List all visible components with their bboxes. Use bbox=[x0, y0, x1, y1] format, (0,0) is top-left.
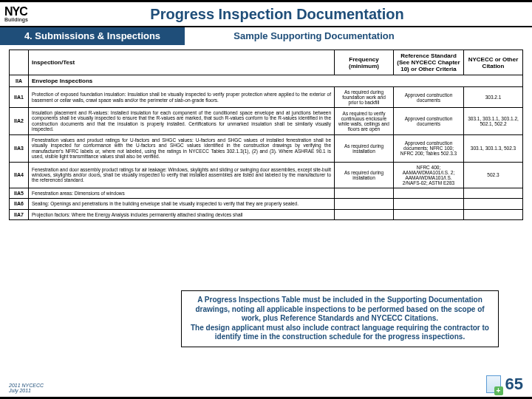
callout-box: A Progress Inspections Table must be inc… bbox=[181, 290, 499, 347]
row-desc: Fenestration and door assembly product r… bbox=[29, 162, 335, 188]
row-freq: As required during installation bbox=[335, 162, 394, 188]
row-id: IIA7 bbox=[10, 209, 29, 219]
table-row: IIA1 Protection of exposed foundation in… bbox=[10, 87, 523, 108]
row-desc: Projection factors: Where the Energy Ana… bbox=[29, 209, 335, 219]
row-ref bbox=[394, 209, 464, 219]
row-freq bbox=[335, 199, 394, 209]
page-number-group: 65 bbox=[486, 375, 523, 394]
row-cite: 303.1, 303.1.3, 502.3 bbox=[464, 134, 523, 162]
row-freq bbox=[335, 209, 394, 219]
row-ref bbox=[394, 199, 464, 209]
table-row: IIA7 Projection factors: Where the Energ… bbox=[10, 209, 523, 219]
row-ref bbox=[394, 188, 464, 198]
row-cite: 502.3 bbox=[464, 162, 523, 188]
row-freq bbox=[335, 188, 394, 198]
header: NYC Buildings Progress Inspection Docume… bbox=[0, 2, 532, 27]
row-cite: 303.2.1 bbox=[464, 87, 523, 108]
table-group-row: IIA Envelope Inspections bbox=[10, 75, 523, 87]
footer-left: 2011 NYCECC July 2011 bbox=[9, 383, 44, 394]
page-title: Progress Inspection Documentation bbox=[66, 6, 532, 23]
group-name: Envelope Inspections bbox=[29, 75, 523, 87]
footer-code: 2011 NYCECC bbox=[9, 383, 44, 389]
footer: 2011 NYCECC July 2011 65 bbox=[9, 370, 523, 394]
callout-line2: The design applicant must also include c… bbox=[188, 324, 492, 342]
table-header-row: Inspection/Test Frequency (minimum) Refe… bbox=[10, 50, 523, 75]
row-desc: Insulation placement and R-values: Insta… bbox=[29, 108, 335, 135]
row-id: IIA2 bbox=[10, 108, 29, 135]
th-citation: NYCECC or Other Citation bbox=[464, 50, 523, 75]
row-cite bbox=[464, 199, 523, 209]
row-id: IIA6 bbox=[10, 199, 29, 209]
th-blank bbox=[10, 50, 29, 75]
th-inspection: Inspection/Test bbox=[29, 50, 335, 75]
footer-date: July 2011 bbox=[9, 388, 44, 394]
table-row: IIA3 Fenestration values and product rat… bbox=[10, 134, 523, 162]
row-freq: As required during foundation work and p… bbox=[335, 87, 394, 108]
row-id: IIA1 bbox=[10, 87, 29, 108]
th-frequency: Frequency (minimum) bbox=[335, 50, 394, 75]
row-desc: Sealing: Openings and penetrations in th… bbox=[29, 199, 335, 209]
inspections-table: Inspection/Test Frequency (minimum) Refe… bbox=[9, 50, 523, 220]
page-add-icon bbox=[486, 375, 501, 393]
row-ref: Approved construction documents bbox=[394, 108, 464, 135]
table-row: IIA5 Fenestration areas: Dimensions of w… bbox=[10, 188, 523, 198]
row-cite bbox=[464, 188, 523, 198]
logo-text-sub: Buildings bbox=[4, 17, 62, 22]
row-freq: As required during installation bbox=[335, 134, 394, 162]
row-freq: As required to verify continuous enclosu… bbox=[335, 108, 394, 135]
section-subtitle: Sample Supporting Documentation bbox=[185, 27, 532, 45]
row-ref: Approved construction documents; NFRC 10… bbox=[394, 134, 464, 162]
breadcrumb: 4. Submissions & Inspections bbox=[0, 27, 185, 45]
page-number: 65 bbox=[505, 375, 523, 394]
row-desc: Fenestration values and product ratings … bbox=[29, 134, 335, 162]
row-ref: Approved construction documents bbox=[394, 87, 464, 108]
row-ref: NFRC 400; AAMA/WDMA101/I.S. 2; AAMA/WDMA… bbox=[394, 162, 464, 188]
nyc-logo: NYC Buildings bbox=[0, 5, 66, 24]
group-id: IIA bbox=[10, 75, 29, 87]
th-reference: Reference Standard (See NYCECC Chapter 1… bbox=[394, 50, 464, 75]
row-desc: Fenestration areas: Dimensions of window… bbox=[29, 188, 335, 198]
callout-line1: A Progress Inspections Table must be inc… bbox=[188, 296, 492, 324]
logo-text-main: NYC bbox=[4, 7, 62, 17]
table-row: IIA2 Insulation placement and R-values: … bbox=[10, 108, 523, 135]
table-row: IIA4 Fenestration and door assembly prod… bbox=[10, 162, 523, 188]
table-row: IIA6 Sealing: Openings and penetrations … bbox=[10, 199, 523, 209]
table-container: Inspection/Test Frequency (minimum) Refe… bbox=[0, 45, 532, 220]
row-cite: 303.1, 303.1.1, 303.1.2, 502.1, 502.2 bbox=[464, 108, 523, 135]
row-id: IIA3 bbox=[10, 134, 29, 162]
row-id: IIA4 bbox=[10, 162, 29, 188]
subheader: 4. Submissions & Inspections Sample Supp… bbox=[0, 27, 532, 45]
row-desc: Protection of exposed foundation insulat… bbox=[29, 87, 335, 108]
row-cite bbox=[464, 209, 523, 219]
row-id: IIA5 bbox=[10, 188, 29, 198]
